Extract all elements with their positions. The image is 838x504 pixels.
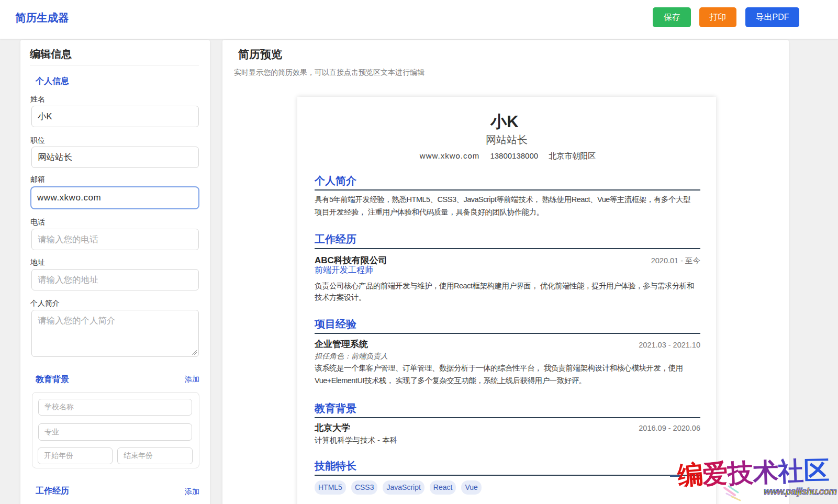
svg-text:区: 区 <box>803 456 830 485</box>
